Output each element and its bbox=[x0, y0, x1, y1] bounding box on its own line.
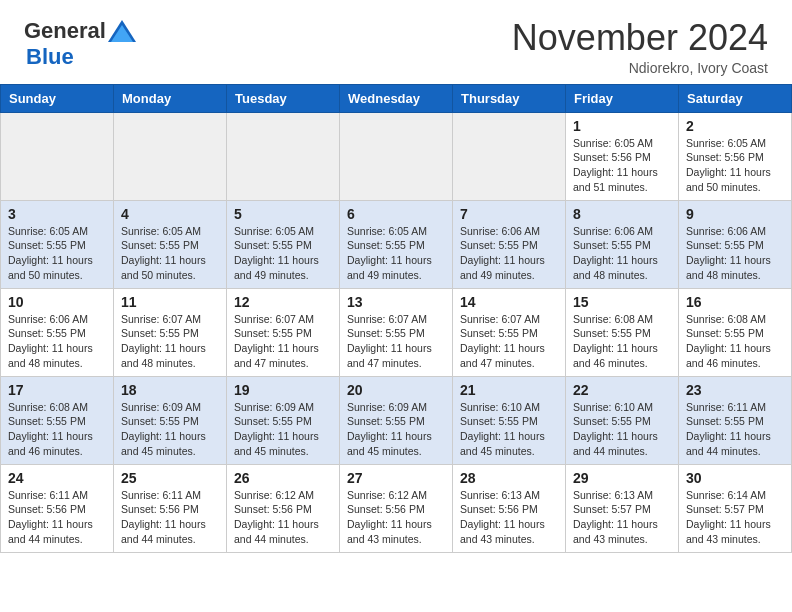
day-info: Sunrise: 6:08 AMSunset: 5:55 PMDaylight:… bbox=[8, 400, 106, 459]
calendar-day-cell: 5Sunrise: 6:05 AMSunset: 5:55 PMDaylight… bbox=[227, 200, 340, 288]
calendar-table: SundayMondayTuesdayWednesdayThursdayFrid… bbox=[0, 84, 792, 553]
col-header-wednesday: Wednesday bbox=[340, 84, 453, 112]
day-info: Sunrise: 6:10 AMSunset: 5:55 PMDaylight:… bbox=[573, 400, 671, 459]
day-number: 3 bbox=[8, 206, 106, 222]
day-number: 17 bbox=[8, 382, 106, 398]
day-info: Sunrise: 6:06 AMSunset: 5:55 PMDaylight:… bbox=[460, 224, 558, 283]
day-number: 11 bbox=[121, 294, 219, 310]
calendar-day-cell: 29Sunrise: 6:13 AMSunset: 5:57 PMDayligh… bbox=[566, 464, 679, 552]
day-number: 24 bbox=[8, 470, 106, 486]
calendar-day-cell: 16Sunrise: 6:08 AMSunset: 5:55 PMDayligh… bbox=[679, 288, 792, 376]
calendar-day-cell: 22Sunrise: 6:10 AMSunset: 5:55 PMDayligh… bbox=[566, 376, 679, 464]
day-number: 1 bbox=[573, 118, 671, 134]
calendar-day-cell: 26Sunrise: 6:12 AMSunset: 5:56 PMDayligh… bbox=[227, 464, 340, 552]
day-info: Sunrise: 6:08 AMSunset: 5:55 PMDaylight:… bbox=[573, 312, 671, 371]
calendar-day-cell bbox=[340, 112, 453, 200]
calendar-day-cell: 12Sunrise: 6:07 AMSunset: 5:55 PMDayligh… bbox=[227, 288, 340, 376]
day-info: Sunrise: 6:09 AMSunset: 5:55 PMDaylight:… bbox=[347, 400, 445, 459]
calendar-day-cell: 15Sunrise: 6:08 AMSunset: 5:55 PMDayligh… bbox=[566, 288, 679, 376]
calendar-day-cell bbox=[227, 112, 340, 200]
day-number: 29 bbox=[573, 470, 671, 486]
day-info: Sunrise: 6:09 AMSunset: 5:55 PMDaylight:… bbox=[234, 400, 332, 459]
day-info: Sunrise: 6:11 AMSunset: 5:55 PMDaylight:… bbox=[686, 400, 784, 459]
calendar-day-cell: 10Sunrise: 6:06 AMSunset: 5:55 PMDayligh… bbox=[1, 288, 114, 376]
day-number: 19 bbox=[234, 382, 332, 398]
day-info: Sunrise: 6:14 AMSunset: 5:57 PMDaylight:… bbox=[686, 488, 784, 547]
calendar-day-cell: 7Sunrise: 6:06 AMSunset: 5:55 PMDaylight… bbox=[453, 200, 566, 288]
calendar-day-cell: 23Sunrise: 6:11 AMSunset: 5:55 PMDayligh… bbox=[679, 376, 792, 464]
day-info: Sunrise: 6:13 AMSunset: 5:57 PMDaylight:… bbox=[573, 488, 671, 547]
calendar-header-row: SundayMondayTuesdayWednesdayThursdayFrid… bbox=[1, 84, 792, 112]
day-number: 15 bbox=[573, 294, 671, 310]
day-number: 5 bbox=[234, 206, 332, 222]
day-number: 28 bbox=[460, 470, 558, 486]
day-info: Sunrise: 6:05 AMSunset: 5:55 PMDaylight:… bbox=[347, 224, 445, 283]
day-number: 12 bbox=[234, 294, 332, 310]
logo-blue: Blue bbox=[26, 44, 74, 70]
calendar-day-cell: 19Sunrise: 6:09 AMSunset: 5:55 PMDayligh… bbox=[227, 376, 340, 464]
calendar-day-cell: 17Sunrise: 6:08 AMSunset: 5:55 PMDayligh… bbox=[1, 376, 114, 464]
day-info: Sunrise: 6:07 AMSunset: 5:55 PMDaylight:… bbox=[347, 312, 445, 371]
logo: General Blue bbox=[24, 18, 136, 70]
day-info: Sunrise: 6:07 AMSunset: 5:55 PMDaylight:… bbox=[121, 312, 219, 371]
day-info: Sunrise: 6:05 AMSunset: 5:55 PMDaylight:… bbox=[234, 224, 332, 283]
day-number: 30 bbox=[686, 470, 784, 486]
calendar-day-cell: 3Sunrise: 6:05 AMSunset: 5:55 PMDaylight… bbox=[1, 200, 114, 288]
day-number: 9 bbox=[686, 206, 784, 222]
calendar-day-cell: 30Sunrise: 6:14 AMSunset: 5:57 PMDayligh… bbox=[679, 464, 792, 552]
calendar-day-cell: 6Sunrise: 6:05 AMSunset: 5:55 PMDaylight… bbox=[340, 200, 453, 288]
day-info: Sunrise: 6:07 AMSunset: 5:55 PMDaylight:… bbox=[234, 312, 332, 371]
calendar-day-cell bbox=[453, 112, 566, 200]
col-header-tuesday: Tuesday bbox=[227, 84, 340, 112]
day-number: 6 bbox=[347, 206, 445, 222]
col-header-friday: Friday bbox=[566, 84, 679, 112]
day-info: Sunrise: 6:10 AMSunset: 5:55 PMDaylight:… bbox=[460, 400, 558, 459]
day-info: Sunrise: 6:09 AMSunset: 5:55 PMDaylight:… bbox=[121, 400, 219, 459]
day-info: Sunrise: 6:06 AMSunset: 5:55 PMDaylight:… bbox=[573, 224, 671, 283]
calendar-week-row: 17Sunrise: 6:08 AMSunset: 5:55 PMDayligh… bbox=[1, 376, 792, 464]
calendar-day-cell: 28Sunrise: 6:13 AMSunset: 5:56 PMDayligh… bbox=[453, 464, 566, 552]
col-header-saturday: Saturday bbox=[679, 84, 792, 112]
col-header-monday: Monday bbox=[114, 84, 227, 112]
day-number: 26 bbox=[234, 470, 332, 486]
day-info: Sunrise: 6:06 AMSunset: 5:55 PMDaylight:… bbox=[686, 224, 784, 283]
page-header: General Blue November 2024 Ndiorekro, Iv… bbox=[0, 0, 792, 84]
calendar-day-cell: 14Sunrise: 6:07 AMSunset: 5:55 PMDayligh… bbox=[453, 288, 566, 376]
day-number: 2 bbox=[686, 118, 784, 134]
calendar-day-cell: 27Sunrise: 6:12 AMSunset: 5:56 PMDayligh… bbox=[340, 464, 453, 552]
day-number: 7 bbox=[460, 206, 558, 222]
calendar-day-cell: 24Sunrise: 6:11 AMSunset: 5:56 PMDayligh… bbox=[1, 464, 114, 552]
calendar-day-cell: 25Sunrise: 6:11 AMSunset: 5:56 PMDayligh… bbox=[114, 464, 227, 552]
day-number: 25 bbox=[121, 470, 219, 486]
calendar-day-cell: 13Sunrise: 6:07 AMSunset: 5:55 PMDayligh… bbox=[340, 288, 453, 376]
calendar-day-cell bbox=[1, 112, 114, 200]
calendar-week-row: 3Sunrise: 6:05 AMSunset: 5:55 PMDaylight… bbox=[1, 200, 792, 288]
calendar-day-cell: 9Sunrise: 6:06 AMSunset: 5:55 PMDaylight… bbox=[679, 200, 792, 288]
calendar-day-cell: 4Sunrise: 6:05 AMSunset: 5:55 PMDaylight… bbox=[114, 200, 227, 288]
day-info: Sunrise: 6:05 AMSunset: 5:55 PMDaylight:… bbox=[8, 224, 106, 283]
day-number: 16 bbox=[686, 294, 784, 310]
calendar-day-cell: 18Sunrise: 6:09 AMSunset: 5:55 PMDayligh… bbox=[114, 376, 227, 464]
day-info: Sunrise: 6:11 AMSunset: 5:56 PMDaylight:… bbox=[121, 488, 219, 547]
day-info: Sunrise: 6:11 AMSunset: 5:56 PMDaylight:… bbox=[8, 488, 106, 547]
day-number: 20 bbox=[347, 382, 445, 398]
day-number: 10 bbox=[8, 294, 106, 310]
day-info: Sunrise: 6:06 AMSunset: 5:55 PMDaylight:… bbox=[8, 312, 106, 371]
title-block: November 2024 Ndiorekro, Ivory Coast bbox=[512, 18, 768, 76]
day-info: Sunrise: 6:05 AMSunset: 5:56 PMDaylight:… bbox=[573, 136, 671, 195]
calendar-day-cell: 1Sunrise: 6:05 AMSunset: 5:56 PMDaylight… bbox=[566, 112, 679, 200]
day-number: 21 bbox=[460, 382, 558, 398]
calendar-day-cell: 21Sunrise: 6:10 AMSunset: 5:55 PMDayligh… bbox=[453, 376, 566, 464]
day-info: Sunrise: 6:05 AMSunset: 5:55 PMDaylight:… bbox=[121, 224, 219, 283]
day-number: 13 bbox=[347, 294, 445, 310]
col-header-sunday: Sunday bbox=[1, 84, 114, 112]
calendar-day-cell: 20Sunrise: 6:09 AMSunset: 5:55 PMDayligh… bbox=[340, 376, 453, 464]
month-title: November 2024 bbox=[512, 18, 768, 58]
day-number: 8 bbox=[573, 206, 671, 222]
logo-general: General bbox=[24, 18, 106, 44]
calendar-day-cell: 2Sunrise: 6:05 AMSunset: 5:56 PMDaylight… bbox=[679, 112, 792, 200]
day-info: Sunrise: 6:13 AMSunset: 5:56 PMDaylight:… bbox=[460, 488, 558, 547]
calendar-week-row: 1Sunrise: 6:05 AMSunset: 5:56 PMDaylight… bbox=[1, 112, 792, 200]
location: Ndiorekro, Ivory Coast bbox=[512, 60, 768, 76]
day-number: 22 bbox=[573, 382, 671, 398]
